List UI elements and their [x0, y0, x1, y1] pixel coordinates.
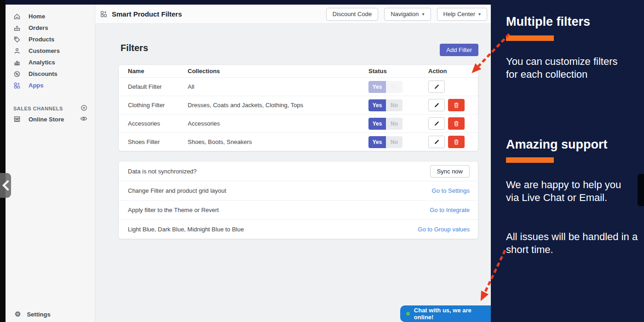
delete-button[interactable]	[448, 117, 465, 130]
list-item: Apply filter to the Theme or Revert Go t…	[119, 200, 478, 219]
button-label: Discount Code	[333, 11, 372, 17]
status-yes[interactable]: Yes	[368, 99, 386, 111]
row-label: Light Blue, Dark Blue, Midnight Blue to …	[128, 226, 418, 233]
page-title: Filters	[121, 43, 148, 53]
status-yes[interactable]: Yes	[368, 118, 386, 130]
sidebar-item-analytics[interactable]: Analytics	[6, 57, 95, 68]
filter-name: Clothing Filter	[119, 102, 188, 109]
apps-icon	[13, 82, 22, 89]
edit-button[interactable]	[428, 136, 445, 148]
app-window: Home Orders Products Customers	[0, 0, 644, 322]
column-header-name: Name	[119, 68, 188, 75]
app-title-group: Smart Product Filters	[100, 10, 182, 18]
status-yes[interactable]: Yes	[368, 136, 386, 148]
status-no[interactable]: No	[386, 81, 402, 93]
chevron-down-icon: ▾	[422, 12, 425, 17]
table-row: Default Filter All Yes No	[119, 77, 478, 96]
status-no[interactable]: No	[386, 118, 402, 130]
left-frame-bar	[0, 0, 6, 322]
sidebar-item-label: Discounts	[29, 70, 58, 77]
accent-underline	[506, 35, 554, 41]
button-label: Help Center	[443, 11, 475, 17]
list-item: Light Blue, Dark Blue, Midnight Blue to …	[119, 219, 478, 239]
go-to-integrate-link[interactable]: Go to Integrate	[430, 207, 470, 213]
sidebar-item-products[interactable]: Products	[6, 34, 95, 45]
status-toggle[interactable]: Yes No	[368, 136, 402, 148]
promo-heading: Amazing support	[506, 138, 608, 152]
analytics-icon	[13, 59, 22, 66]
carousel-next-button[interactable]	[638, 174, 644, 206]
sidebar-item-label: Products	[29, 36, 54, 43]
navigation-dropdown[interactable]: Navigation ▾	[384, 8, 431, 21]
sidebar-item-label: Orders	[29, 24, 48, 31]
status-toggle[interactable]: Yes No	[368, 81, 402, 93]
filter-name: Default Filter	[119, 83, 188, 90]
edit-button[interactable]	[428, 80, 445, 93]
chevron-left-icon	[2, 180, 9, 190]
customers-icon	[13, 47, 22, 55]
sidebar-item-customers[interactable]: Customers	[6, 45, 95, 57]
help-center-dropdown[interactable]: Help Center ▾	[437, 8, 487, 21]
filter-collections: Shoes, Boots, Sneakers	[188, 138, 368, 145]
pencil-icon	[434, 139, 440, 145]
sidebar-item-label: Analytics	[29, 59, 55, 66]
filter-collections: All	[188, 83, 368, 90]
trash-icon	[454, 121, 459, 126]
delete-button[interactable]	[448, 136, 465, 148]
sidebar-item-apps[interactable]: Apps	[6, 80, 95, 91]
sync-now-button[interactable]: Sync now	[430, 165, 470, 178]
add-filter-button[interactable]: Add Filter	[440, 44, 478, 56]
orders-icon	[13, 24, 22, 32]
sales-channels-heading: SALES CHANNELS	[13, 106, 80, 111]
sidebar-item-online-store[interactable]: Online Store	[6, 113, 95, 125]
accent-underline	[506, 157, 554, 163]
chevron-down-icon: ▾	[478, 12, 481, 17]
go-to-settings-link[interactable]: Go to Settings	[432, 187, 470, 194]
sidebar-item-home[interactable]: Home	[6, 11, 95, 22]
table-row: Accessories Accessories Yes No	[119, 114, 478, 132]
live-chat-button[interactable]: Chat with us, we are online!	[400, 305, 491, 322]
chat-label: Chat with us, we are online!	[414, 307, 491, 321]
app-header: Smart Product Filters Discount Code Navi…	[95, 5, 491, 24]
sidebar-item-discounts[interactable]: Discounts	[6, 68, 95, 80]
pencil-icon	[434, 102, 440, 108]
status-no[interactable]: No	[386, 136, 402, 148]
promo-body: We are happy to help you via Live Chat o…	[506, 178, 635, 204]
row-label: Data is not synchronized?	[128, 168, 430, 175]
carousel-previous-button[interactable]	[0, 173, 11, 198]
gear-icon: ⚙	[15, 310, 21, 318]
status-yes[interactable]: Yes	[368, 81, 386, 93]
status-toggle[interactable]: Yes No	[368, 99, 402, 111]
sidebar: Home Orders Products Customers	[6, 5, 95, 322]
online-status-dot	[406, 312, 410, 316]
status-no[interactable]: No	[386, 99, 402, 111]
edit-button[interactable]	[428, 99, 445, 111]
discount-code-button[interactable]: Discount Code	[326, 8, 378, 21]
trash-icon	[454, 102, 459, 108]
sidebar-item-label: Online Store	[29, 116, 80, 123]
table-row: Shoes Filter Shoes, Boots, Sneakers Yes …	[119, 132, 478, 151]
filter-collections: Dresses, Coats and Jackets, Clothing, To…	[188, 102, 368, 109]
row-label: Change Filter and product grid layout	[128, 187, 432, 194]
apps-grid-icon	[100, 10, 108, 18]
status-toggle[interactable]: Yes No	[368, 118, 402, 130]
edit-button[interactable]	[428, 117, 445, 130]
main-area: Smart Product Filters Discount Code Navi…	[95, 5, 491, 322]
pencil-icon	[434, 84, 440, 90]
delete-button[interactable]	[448, 99, 465, 111]
home-icon	[13, 13, 22, 20]
discounts-icon	[13, 70, 22, 78]
promo-panel: Multiple filters You can customize filte…	[491, 0, 644, 322]
sidebar-item-settings[interactable]: ⚙ Settings	[6, 308, 51, 320]
list-item: Change Filter and product grid layout Go…	[119, 181, 478, 200]
sidebar-item-orders[interactable]: Orders	[6, 22, 95, 34]
pencil-icon	[434, 121, 440, 126]
app-title: Smart Product Filters	[112, 10, 182, 18]
table-row: Clothing Filter Dresses, Coats and Jacke…	[119, 96, 478, 114]
filters-table: Name Collections Status Action Default F…	[118, 64, 478, 151]
eye-icon[interactable]	[80, 116, 87, 123]
table-header-row: Name Collections Status Action	[119, 65, 478, 77]
sidebar-item-label: Customers	[29, 47, 60, 54]
go-to-group-values-link[interactable]: Go to Group values	[418, 226, 470, 233]
add-sales-channel-icon[interactable]	[80, 104, 87, 113]
